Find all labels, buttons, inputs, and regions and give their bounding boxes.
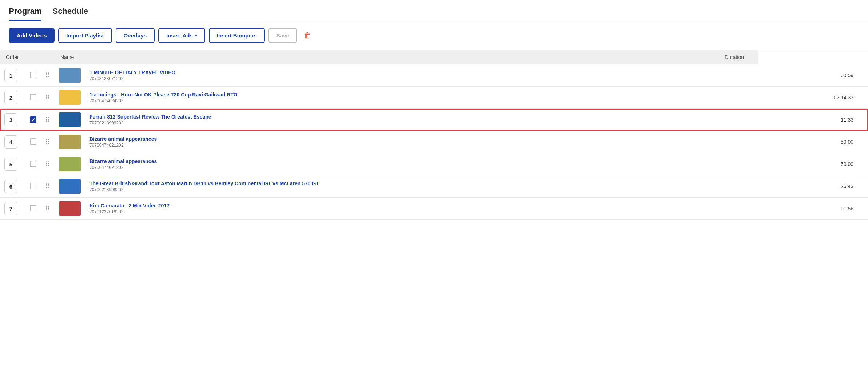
save-button[interactable]: Save xyxy=(268,28,297,43)
video-title[interactable]: Ferrari 812 Superfast Review The Greates… xyxy=(89,114,754,120)
add-videos-button[interactable]: Add Videos xyxy=(9,28,55,43)
order-number: 6 xyxy=(4,180,17,193)
checkbox-cell[interactable] xyxy=(25,198,41,220)
trash-icon: 🗑 xyxy=(304,31,311,39)
drag-handle[interactable]: ⠿ xyxy=(41,175,55,198)
checkbox-cell[interactable] xyxy=(25,153,41,175)
video-id: 70700474021202 xyxy=(89,165,123,170)
col-order: Order xyxy=(0,50,55,64)
name-cell: 1 MINUTE OF ITALY TRAVEL VIDEO 707031230… xyxy=(85,64,758,87)
thumbnail-cell xyxy=(55,175,85,198)
checkbox[interactable] xyxy=(30,183,36,189)
checkbox-cell[interactable] xyxy=(25,64,41,87)
insert-bumpers-button[interactable]: Insert Bumpers xyxy=(209,28,265,43)
drag-dots-icon: ⠿ xyxy=(45,116,50,123)
drag-dots-icon: ⠿ xyxy=(45,94,50,101)
checkbox[interactable] xyxy=(30,138,36,145)
chevron-down-icon: ▾ xyxy=(195,33,197,38)
toolbar: Add Videos Import Playlist Overlays Inse… xyxy=(0,21,868,50)
video-thumbnail xyxy=(59,68,81,83)
duration-cell: 26:43 xyxy=(758,175,868,198)
col-duration: Duration xyxy=(85,50,758,64)
video-title[interactable]: 1st Innings - Horn Not OK Please T20 Cup… xyxy=(89,92,754,98)
duration-cell: 50:00 xyxy=(758,153,868,175)
thumbnail-cell xyxy=(55,64,85,87)
program-table: Order Name Duration 1⠿ 1 MINUTE OF ITALY… xyxy=(0,50,868,220)
order-cell: 3 xyxy=(0,109,25,131)
duration-cell: 01:56 xyxy=(758,198,868,220)
import-playlist-button[interactable]: Import Playlist xyxy=(58,28,112,43)
name-cell: Kira Camarata - 2 Min Video 2017 7070123… xyxy=(85,198,758,220)
duration-cell: 02:14:33 xyxy=(758,87,868,109)
video-id: 70703123071202 xyxy=(89,76,123,81)
order-number: 1 xyxy=(4,69,17,82)
drag-dots-icon: ⠿ xyxy=(45,205,50,212)
drag-handle[interactable]: ⠿ xyxy=(41,198,55,220)
checkbox[interactable] xyxy=(30,205,36,211)
col-name: Name xyxy=(55,50,85,64)
thumbnail-cell xyxy=(55,153,85,175)
video-title[interactable]: Bizarre animal appearances xyxy=(89,158,754,164)
name-cell: 1st Innings - Horn Not OK Please T20 Cup… xyxy=(85,87,758,109)
table-row: 7⠿ Kira Camarata - 2 Min Video 2017 7070… xyxy=(0,198,868,220)
video-thumbnail xyxy=(59,90,81,105)
video-thumbnail xyxy=(59,201,81,216)
video-title[interactable]: Kira Camarata - 2 Min Video 2017 xyxy=(89,203,754,209)
order-number: 5 xyxy=(4,158,17,171)
order-number: 4 xyxy=(4,135,17,149)
video-thumbnail xyxy=(59,179,81,194)
drag-handle[interactable]: ⠿ xyxy=(41,131,55,153)
name-cell: Ferrari 812 Superfast Review The Greates… xyxy=(85,109,758,131)
table-header: Order Name Duration xyxy=(0,50,868,64)
table-row: 4⠿ Bizarre animal appearances 7070047402… xyxy=(0,131,868,153)
drag-dots-icon: ⠿ xyxy=(45,183,50,190)
drag-dots-icon: ⠿ xyxy=(45,138,50,146)
checkbox[interactable]: ✓ xyxy=(30,116,36,123)
checkbox-cell[interactable]: ✓ xyxy=(25,109,41,131)
drag-dots-icon: ⠿ xyxy=(45,72,50,79)
video-title[interactable]: The Great British Grand Tour Aston Marti… xyxy=(89,181,754,186)
thumbnail-cell xyxy=(55,109,85,131)
table-row: 2⠿ 1st Innings - Horn Not OK Please T20 … xyxy=(0,87,868,109)
drag-dots-icon: ⠿ xyxy=(45,161,50,168)
name-cell: Bizarre animal appearances 7070047402120… xyxy=(85,131,758,153)
video-title[interactable]: 1 MINUTE OF ITALY TRAVEL VIDEO xyxy=(89,70,754,75)
name-cell: Bizarre animal appearances 7070047402120… xyxy=(85,153,758,175)
video-id: 70700218998202 xyxy=(89,187,123,192)
drag-handle[interactable]: ⠿ xyxy=(41,87,55,109)
overlays-button[interactable]: Overlays xyxy=(116,28,155,43)
thumbnail-cell xyxy=(55,87,85,109)
video-id: 70700218999202 xyxy=(89,120,123,126)
video-id: 70701237619202 xyxy=(89,209,123,214)
table-row: 5⠿ Bizarre animal appearances 7070047402… xyxy=(0,153,868,175)
insert-ads-button[interactable]: Insert Ads ▾ xyxy=(158,28,205,43)
drag-handle[interactable]: ⠿ xyxy=(41,64,55,87)
checkbox-cell[interactable] xyxy=(25,175,41,198)
thumbnail-cell xyxy=(55,131,85,153)
top-tabs: Program Schedule xyxy=(0,0,868,21)
drag-handle[interactable]: ⠿ xyxy=(41,153,55,175)
name-cell: The Great British Grand Tour Aston Marti… xyxy=(85,175,758,198)
order-cell: 6 xyxy=(0,175,25,198)
drag-handle[interactable]: ⠿ xyxy=(41,109,55,131)
order-cell: 4 xyxy=(0,131,25,153)
duration-cell: 50:00 xyxy=(758,131,868,153)
duration-cell: 00:59 xyxy=(758,64,868,87)
tab-program[interactable]: Program xyxy=(9,7,41,21)
checkbox[interactable] xyxy=(30,161,36,167)
order-number: 2 xyxy=(4,91,17,104)
order-cell: 1 xyxy=(0,64,25,87)
checkbox-cell[interactable] xyxy=(25,131,41,153)
order-cell: 2 xyxy=(0,87,25,109)
tab-schedule[interactable]: Schedule xyxy=(52,7,88,21)
video-thumbnail xyxy=(59,157,81,171)
checkbox[interactable] xyxy=(30,72,36,78)
video-title[interactable]: Bizarre animal appearances xyxy=(89,136,754,142)
duration-cell: 11:33 xyxy=(758,109,868,131)
delete-button[interactable]: 🗑 xyxy=(301,28,314,43)
order-number: 3 xyxy=(4,113,17,126)
thumbnail-cell xyxy=(55,198,85,220)
video-id: 70700474024202 xyxy=(89,98,123,103)
checkbox[interactable] xyxy=(30,94,36,100)
checkbox-cell[interactable] xyxy=(25,87,41,109)
